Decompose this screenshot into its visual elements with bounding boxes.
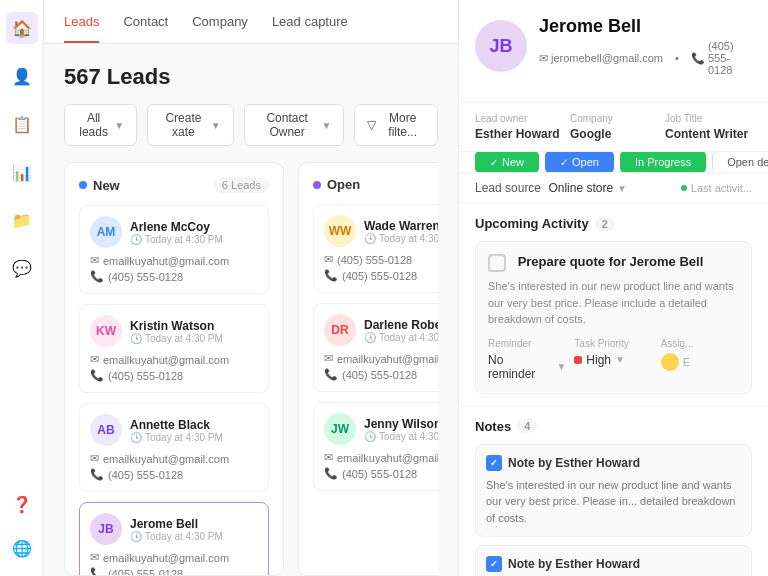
tab-leads[interactable]: Leads xyxy=(64,2,99,43)
lead-time-kristin: 🕓Today at 4:30 PM xyxy=(130,333,223,344)
sidebar-icon-help[interactable]: ❓ xyxy=(6,488,38,520)
avatar-jenny: JW xyxy=(324,413,356,445)
avatar-kristin: KW xyxy=(90,315,122,347)
top-nav: Leads Contact Company Lead capture xyxy=(44,0,458,44)
lead-card-arlene[interactable]: AM Arlene McCoy 🕓Today at 4:30 PM ✉ emai… xyxy=(79,205,269,294)
lead-name-arlene: Arlene McCoy xyxy=(130,220,223,234)
reminder-value[interactable]: No reminder ▼ xyxy=(488,353,566,381)
lead-time-darlene: 🕓Today at 4:30 PM xyxy=(364,332,438,343)
lead-name-jenny: Jenny Wilson xyxy=(364,417,438,431)
status-tab-open-de[interactable]: Open de... xyxy=(712,152,768,173)
dot-open xyxy=(313,181,321,189)
upcoming-activity-title: Upcoming Activity 2 xyxy=(475,216,752,231)
lead-email-jerome-list: ✉ emailkuyahut@gmail.com xyxy=(90,551,258,564)
lead-time-jenny: 🕓Today at 4:30 PM xyxy=(364,431,438,442)
last-activity: Last activit... xyxy=(681,182,752,194)
lead-phone-arlene: 📞 (405) 555-0128 xyxy=(90,270,258,283)
avatar-wade: WW xyxy=(324,215,356,247)
note-check-2: ✓ xyxy=(486,556,502,572)
detail-phone: 📞 (405) 555-0128 xyxy=(691,40,752,76)
avatar-annette: AB xyxy=(90,414,122,446)
lead-email-jenny: ✉ emailkuyahut@gmail... xyxy=(324,451,438,464)
assignee-avatar xyxy=(661,353,679,371)
filter-all-leads[interactable]: All leads ▼ xyxy=(64,104,137,146)
notes-section: Notes 4 ✓ Note by Esther Howard She's in… xyxy=(459,407,768,577)
column-open-header: Open xyxy=(313,177,438,192)
upcoming-activity-section: Upcoming Activity 2 Prepare quote for Je… xyxy=(459,204,768,407)
filter-create-xate[interactable]: Create xate ▼ xyxy=(147,104,233,146)
priority-dot xyxy=(574,356,582,364)
lead-time-arlene: 🕓Today at 4:30 PM xyxy=(130,234,223,245)
meta-job-title: Job Title Content Writer xyxy=(665,113,752,141)
lead-phone-annette: 📞 (405) 555-0128 xyxy=(90,468,258,481)
detail-meta: Lead owner Esther Howard Company Google … xyxy=(459,103,768,152)
assignee-col: Assig... E xyxy=(661,338,739,381)
lead-source-value[interactable]: Online store ▼ xyxy=(548,181,627,195)
lead-card-wade[interactable]: WW Wade Warren 🕓Today at 4:30 PM ✉ (405)… xyxy=(313,204,438,293)
lead-phone-wade: 📞 (405) 555-0128 xyxy=(324,269,438,282)
lead-name-darlene: Darlene Rober... xyxy=(364,318,438,332)
lead-phone-darlene: 📞 (405) 555-0128 xyxy=(324,368,438,381)
tab-contact[interactable]: Contact xyxy=(123,2,168,43)
lead-name-annette: Annette Black xyxy=(130,418,223,432)
status-tab-new[interactable]: ✓ New xyxy=(475,152,539,173)
sidebar-icon-folder[interactable]: 📁 xyxy=(6,204,38,236)
lead-phone-jenny: 📞 (405) 555-0128 xyxy=(324,467,438,480)
page-title: 567 Leads xyxy=(64,64,438,90)
tab-lead-capture[interactable]: Lead capture xyxy=(272,2,348,43)
dot-new xyxy=(79,181,87,189)
meta-lead-owner: Lead owner Esther Howard xyxy=(475,113,562,141)
avatar-jerome-list: JB xyxy=(90,513,122,545)
filter-more[interactable]: ▽ More filte... xyxy=(354,104,438,146)
activity-item: Prepare quote for Jerome Bell She's inte… xyxy=(475,241,752,394)
sidebar-icon-chat[interactable]: 💬 xyxy=(6,252,38,284)
note-check-1: ✓ xyxy=(486,455,502,471)
column-new-title: New xyxy=(79,178,120,193)
filter-contact-owner[interactable]: Contact Owner ▼ xyxy=(244,104,345,146)
note-text-1: She's interested in our new product line… xyxy=(486,477,741,527)
lead-name-jerome: Jerome Bell xyxy=(130,517,223,531)
avatar-darlene: DR xyxy=(324,314,356,346)
lead-card-annette[interactable]: AB Annette Black 🕓Today at 4:30 PM ✉ ema… xyxy=(79,403,269,492)
lead-name-wade: Wade Warren xyxy=(364,219,438,233)
lead-phone-kristin: 📞 (405) 555-0128 xyxy=(90,369,258,382)
column-open: Open WW Wade Warren 🕓Today at 4:30 PM ✉ xyxy=(298,162,438,576)
sidebar: 🏠 👤 📋 📊 📁 💬 ❓ 🌐 xyxy=(0,0,44,576)
lead-card-kristin[interactable]: KW Kristin Watson 🕓Today at 4:30 PM ✉ em… xyxy=(79,304,269,393)
lead-email-darlene: ✉ emailkuyahut@gmail... xyxy=(324,352,438,365)
content: 567 Leads All leads ▼ Create xate ▼ Cont… xyxy=(44,44,458,576)
sidebar-icon-home[interactable]: 🏠 xyxy=(6,12,38,44)
lead-email-wade: ✉ (405) 555-0128 xyxy=(324,253,438,266)
activity-desc: She's interested in our new product line… xyxy=(488,278,739,328)
reminder-col: Reminder No reminder ▼ xyxy=(488,338,566,381)
lead-source-row: Lead source Online store ▼ Last activit.… xyxy=(459,173,768,204)
sidebar-icon-chart[interactable]: 📊 xyxy=(6,156,38,188)
lead-card-jenny[interactable]: JW Jenny Wilson 🕓Today at 4:30 PM ✉ emai… xyxy=(313,402,438,491)
priority-value[interactable]: High ▼ xyxy=(574,353,652,367)
column-new-count: 6 Leads xyxy=(214,177,269,193)
status-tab-open[interactable]: ✓ Open xyxy=(545,152,614,173)
upcoming-activity-count: 2 xyxy=(595,217,615,231)
status-tab-in-progress[interactable]: In Progress xyxy=(620,152,706,173)
lead-email-kristin: ✉ emailkuyahut@gmail.com xyxy=(90,353,258,366)
notes-count: 4 xyxy=(517,419,537,433)
meta-company: Company Google xyxy=(570,113,657,141)
sidebar-icon-person[interactable]: 👤 xyxy=(6,60,38,92)
lead-card-darlene[interactable]: DR Darlene Rober... 🕓Today at 4:30 PM ✉ … xyxy=(313,303,438,392)
assignee-value[interactable]: E xyxy=(661,353,739,371)
lead-name-kristin: Kristin Watson xyxy=(130,319,223,333)
lead-card-jerome[interactable]: JB Jerome Bell 🕓Today at 4:30 PM ✉ email… xyxy=(79,502,269,576)
lead-time-annette: 🕓Today at 4:30 PM xyxy=(130,432,223,443)
kanban-board: New 6 Leads AM Arlene McCoy 🕓Today at 4:… xyxy=(64,162,438,576)
sidebar-icon-globe[interactable]: 🌐 xyxy=(6,532,38,564)
sidebar-icon-doc[interactable]: 📋 xyxy=(6,108,38,140)
priority-col: Task Priority High ▼ xyxy=(574,338,652,381)
detail-panel: JB Jerome Bell ✉ jeromebell@gmail.com • … xyxy=(458,0,768,576)
detail-header: JB Jerome Bell ✉ jeromebell@gmail.com • … xyxy=(459,0,768,103)
lead-time-jerome: 🕓Today at 4:30 PM xyxy=(130,531,223,542)
notes-title: Notes 4 xyxy=(475,419,752,434)
status-tabs: ✓ New ✓ Open In Progress Open de... xyxy=(459,152,768,173)
lead-time-wade: 🕓Today at 4:30 PM xyxy=(364,233,438,244)
activity-checkbox[interactable] xyxy=(488,254,506,272)
tab-company[interactable]: Company xyxy=(192,2,248,43)
